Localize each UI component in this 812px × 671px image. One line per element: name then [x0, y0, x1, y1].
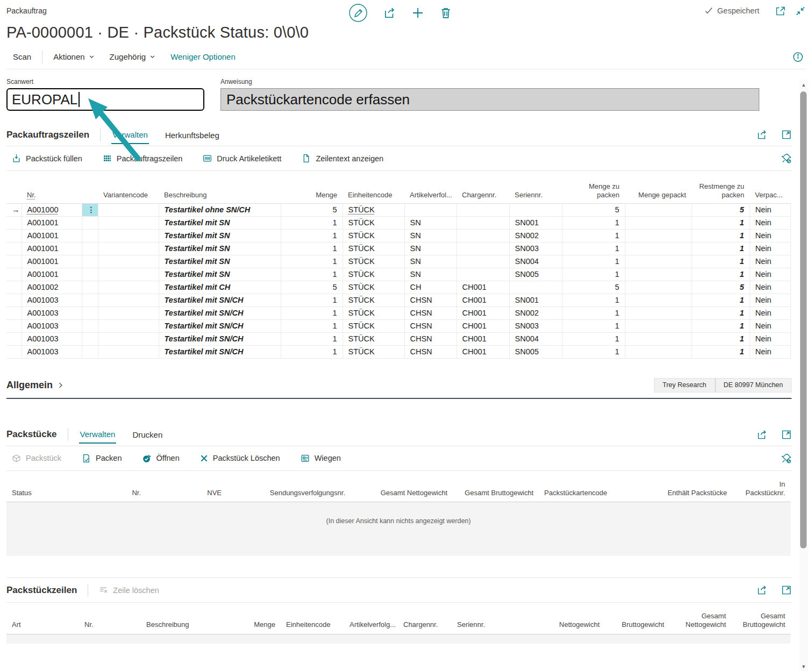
cell-einheitencode[interactable]: STÜCK	[343, 203, 404, 216]
cell-einheitencode[interactable]: STÜCK	[343, 229, 404, 242]
menu-zugehoerig[interactable]: Zugehörig	[102, 45, 163, 69]
column-header[interactable]: Chargennr.	[398, 610, 452, 634]
cell-artikelverfolgung[interactable]: CH	[404, 281, 457, 294]
cell-nr[interactable]: A001003	[22, 294, 82, 306]
column-header[interactable]: Artikelverfol...	[404, 181, 457, 203]
cell-chargennr[interactable]: CH001	[457, 306, 509, 319]
table-row[interactable]: A001003Testartikel mit SN/CH1STÜCKCHSNCH…	[6, 332, 790, 345]
column-header[interactable]: Sendungsverfolgungsnr.	[227, 479, 351, 502]
cell-beschreibung[interactable]: Testartikel mit SN	[159, 229, 281, 242]
cell-menge_zu_packen[interactable]: 5	[562, 203, 625, 216]
cell-artikelverfolgung[interactable]: CHSN	[404, 332, 457, 345]
table-row[interactable]: A001001Testartikel mit SN1STÜCKSNSN00311…	[6, 242, 790, 255]
cell-chargennr[interactable]	[457, 255, 509, 268]
popout-icon[interactable]	[775, 6, 786, 16]
cell-einheitencode[interactable]: STÜCK	[343, 255, 404, 268]
menu-weniger-optionen[interactable]: Weniger Optionen	[163, 45, 243, 69]
cell-restmenge[interactable]: 1	[692, 268, 750, 281]
column-header[interactable]: NVE	[146, 479, 227, 502]
cell-verpackt[interactable]: Nein	[750, 345, 790, 358]
cell-beschreibung[interactable]: Testartikel mit SN/CH	[159, 345, 281, 358]
column-header[interactable]: Gesamt Nettogewicht	[351, 479, 453, 502]
table-row[interactable]: A001003Testartikel mit SN/CH1STÜCKCHSNCH…	[6, 306, 790, 319]
cell-menge_zu_packen[interactable]: 5	[562, 281, 625, 294]
cell-menge_gepackt[interactable]	[625, 306, 692, 319]
cell-menge[interactable]: 1	[281, 229, 343, 242]
column-header[interactable]: Seriennr.	[509, 181, 562, 203]
cell-menge_gepackt[interactable]	[625, 294, 692, 306]
cell-verpackt[interactable]: Nein	[750, 268, 790, 281]
column-header[interactable]: Seriennr.	[452, 610, 527, 634]
cell-variantencode[interactable]	[98, 306, 159, 319]
cell-variantencode[interactable]	[98, 242, 159, 255]
cell-menge_gepackt[interactable]	[625, 319, 692, 332]
cell-menge_zu_packen[interactable]: 1	[562, 332, 625, 345]
share-icon[interactable]	[757, 430, 767, 440]
cell-artikelverfolgung[interactable]	[404, 203, 457, 216]
cell-artikelverfolgung[interactable]: SN	[404, 229, 457, 242]
open-pane-icon[interactable]	[781, 130, 792, 140]
column-header[interactable]: Nr.	[79, 610, 141, 634]
column-header[interactable]: Nr.	[98, 479, 146, 502]
cell-menge[interactable]: 1	[281, 332, 343, 345]
cell-artikelverfolgung[interactable]: CHSN	[404, 319, 457, 332]
fill-package-button[interactable]: Packstück füllen	[12, 154, 82, 163]
tab-herkunftsbeleg[interactable]: Herkunftsbeleg	[164, 126, 220, 144]
cell-menge[interactable]: 5	[281, 203, 343, 216]
row-menu-button[interactable]: ⋮	[82, 203, 98, 216]
cell-artikelverfolgung[interactable]: SN	[404, 255, 457, 268]
cell-restmenge[interactable]: 1	[692, 306, 750, 319]
column-header[interactable]: Variantencode	[98, 181, 159, 203]
vertical-scrollbar[interactable]: ▲ ▼	[799, 80, 808, 671]
cell-einheitencode[interactable]: STÜCK	[343, 306, 404, 319]
unpin-icon[interactable]	[781, 453, 792, 463]
cell-beschreibung[interactable]: Testartikel mit SN	[159, 255, 281, 268]
cell-menge[interactable]: 1	[281, 255, 343, 268]
info-icon[interactable]	[793, 52, 803, 62]
cell-seriennr[interactable]	[509, 203, 562, 216]
column-header[interactable]: In Packstücknr.	[732, 479, 790, 502]
cell-menge_zu_packen[interactable]: 1	[562, 306, 625, 319]
cell-chargennr[interactable]: CH001	[457, 345, 509, 358]
cell-nr[interactable]: A001001	[22, 268, 82, 281]
cell-chargennr[interactable]: CH001	[457, 319, 509, 332]
cell-menge_zu_packen[interactable]: 1	[562, 319, 625, 332]
column-header[interactable]: Beschreibung	[159, 181, 281, 203]
table-row[interactable]: A001003Testartikel mit SN/CH1STÜCKCHSNCH…	[6, 319, 790, 332]
cell-nr[interactable]: A001000	[22, 203, 82, 216]
cell-variantencode[interactable]	[98, 268, 159, 281]
column-header[interactable]: Art	[6, 610, 79, 634]
cell-menge[interactable]: 1	[281, 306, 343, 319]
column-header[interactable]: Gesamt Bruttogewicht	[453, 479, 539, 502]
cell-menge_gepackt[interactable]	[625, 281, 692, 294]
cell-variantencode[interactable]	[98, 294, 159, 306]
cell-variantencode[interactable]	[98, 332, 159, 345]
print-label-button[interactable]: Druck Artikeletikett	[203, 154, 281, 163]
cell-variantencode[interactable]	[98, 255, 159, 268]
cell-chargennr[interactable]: CH001	[457, 294, 509, 306]
table-row[interactable]: A001002Testartikel mit CH5STÜCKCHCH00155…	[6, 281, 790, 294]
cell-restmenge[interactable]: 1	[692, 319, 750, 332]
column-header[interactable]: Menge	[281, 181, 343, 203]
cell-nr[interactable]: A001003	[22, 306, 82, 319]
cell-seriennr[interactable]: SN004	[509, 255, 562, 268]
table-row[interactable]: A001001Testartikel mit SN1STÜCKSNSN00511…	[6, 268, 790, 281]
cell-chargennr[interactable]: CH001	[457, 281, 509, 294]
cell-verpackt[interactable]: Nein	[750, 229, 790, 242]
cell-menge_gepackt[interactable]	[625, 242, 692, 255]
show-linetext-button[interactable]: Zeilentext anzeigen	[302, 154, 383, 163]
cell-nr[interactable]: A001003	[22, 345, 82, 358]
cell-beschreibung[interactable]: Testartikel mit SN/CH	[159, 294, 281, 306]
allgemein-title[interactable]: Allgemein	[6, 380, 53, 391]
cell-einheitencode[interactable]: STÜCK	[343, 319, 404, 332]
scanwert-input[interactable]: EUROPAL	[6, 88, 204, 111]
cell-artikelverfolgung[interactable]: CHSN	[404, 294, 457, 306]
cell-artikelverfolgung[interactable]: SN	[404, 268, 457, 281]
table-row[interactable]: A001003Testartikel mit SN/CH1STÜCKCHSNCH…	[6, 345, 790, 358]
cell-menge_zu_packen[interactable]: 1	[562, 229, 625, 242]
open-package-button[interactable]: Öffnen	[142, 454, 179, 463]
cell-nr[interactable]: A001001	[22, 229, 82, 242]
cell-seriennr[interactable]: SN005	[509, 268, 562, 281]
cell-menge_zu_packen[interactable]: 1	[562, 242, 625, 255]
cell-variantencode[interactable]	[98, 203, 159, 216]
